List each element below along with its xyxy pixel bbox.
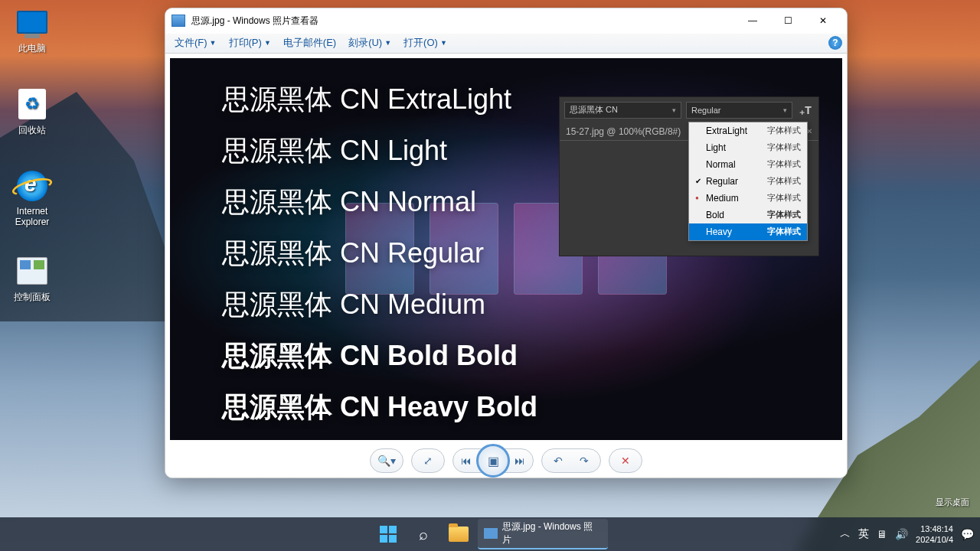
photo-viewer-window: 思源.jpg - Windows 照片查看器 — ☐ ✕ 文件(F)▼ 打印(P…: [165, 8, 848, 478]
folder-icon: [449, 527, 469, 542]
taskbar-task-photo-viewer[interactable]: 思源.jpg - Windows 照片: [478, 519, 608, 549]
window-title: 思源.jpg - Windows 照片查看器: [191, 15, 318, 28]
chevron-down-icon: ▾: [672, 106, 676, 114]
desktop-icon-recycle-bin[interactable]: ♻ 回收站: [3, 86, 61, 137]
menu-print[interactable]: 打印(P)▼: [224, 34, 276, 51]
desktop-icon-ie[interactable]: Internet Explorer: [3, 168, 61, 227]
windows-logo-icon: [380, 526, 397, 543]
specimen-normal: 思源黑体 CN Normal: [222, 184, 537, 221]
clock-time: 13:48:14: [916, 523, 953, 534]
tray-chevron-icon[interactable]: ︿: [840, 527, 851, 541]
close-button[interactable]: ✕: [805, 9, 841, 32]
ie-icon: [17, 171, 47, 201]
zoom-button[interactable]: 🔍▾: [374, 450, 400, 471]
titlebar[interactable]: 思源.jpg - Windows 照片查看器 — ☐ ✕: [165, 8, 847, 34]
font-weight-dropdown: ExtraLight字体样式 Light字体样式 Normal字体样式 ✔Reg…: [688, 122, 808, 241]
menu-file[interactable]: 文件(F)▼: [170, 34, 221, 51]
start-button[interactable]: [372, 519, 404, 549]
ime-indicator[interactable]: 英: [858, 527, 869, 541]
chevron-down-icon: ▼: [210, 39, 217, 47]
rotate-ccw-button[interactable]: ↶: [545, 450, 571, 471]
minimize-button[interactable]: —: [735, 9, 770, 32]
chevron-down-icon: ▼: [264, 39, 271, 47]
next-button[interactable]: ⏭: [507, 450, 533, 471]
control-panel-icon: [17, 257, 47, 285]
taskbar-clock[interactable]: 13:48:14 2024/10/4: [916, 523, 953, 546]
font-specimen-list: 思源黑体 CN ExtraLight 思源黑体 CN Light 思源黑体 CN…: [170, 58, 537, 440]
specimen-bold: 思源黑体 CN Bold Bold: [222, 337, 537, 375]
help-button[interactable]: ?: [828, 36, 842, 50]
specimen-regular: 思源黑体 CN Regular: [222, 235, 537, 272]
font-style-combo: Regular▾: [686, 102, 792, 119]
font-panel: 思源黑体 CN▾ Regular▾ ₊T 15-27.jpg @ 100%(RG…: [559, 96, 819, 256]
desktop-icon-this-pc[interactable]: 此电脑: [3, 4, 61, 55]
slideshow-button[interactable]: ▣: [476, 444, 510, 478]
dd-extralight: ExtraLight字体样式: [689, 122, 807, 139]
dd-light: Light字体样式: [689, 139, 807, 156]
specimen-extralight: 思源黑体 CN ExtraLight: [222, 81, 537, 119]
icon-label: 控制面板: [3, 291, 61, 304]
icon-label: 此电脑: [3, 42, 61, 55]
volume-icon[interactable]: 🔊: [895, 528, 908, 540]
chevron-down-icon: ▾: [783, 106, 787, 114]
menubar: 文件(F)▼ 打印(P)▼ 电子邮件(E) 刻录(U)▼ 打开(O)▼ ?: [165, 34, 847, 54]
icon-label: 回收站: [3, 124, 61, 137]
clock-date: 2024/10/4: [916, 534, 953, 545]
dd-medium: ●Medium字体样式: [689, 190, 807, 207]
menu-email[interactable]: 电子邮件(E): [279, 34, 341, 51]
dd-heavy: Heavy字体样式: [689, 223, 807, 240]
chevron-down-icon: ▼: [440, 39, 447, 47]
fit-button[interactable]: ⤢: [415, 450, 441, 471]
desktop-icon-control-panel[interactable]: 控制面板: [3, 253, 61, 304]
text-tool-icon: ₊T: [797, 102, 814, 119]
app-icon: [172, 15, 185, 27]
displayed-image: 思源黑体 CN ExtraLight 思源黑体 CN Light 思源黑体 CN…: [170, 58, 842, 440]
task-thumb-icon: [484, 528, 498, 539]
image-viewport: 思源黑体 CN ExtraLight 思源黑体 CN Light 思源黑体 CN…: [165, 54, 847, 445]
taskbar: ⌕ 思源.jpg - Windows 照片 ︿ 英 🖥 🔊 13:48:14 2…: [0, 517, 980, 551]
search-button[interactable]: ⌕: [407, 519, 439, 549]
task-label: 思源.jpg - Windows 照片: [502, 520, 602, 546]
notification-icon[interactable]: 💬: [961, 528, 974, 540]
icon-label: Internet Explorer: [3, 206, 61, 227]
rotate-cw-button[interactable]: ↷: [571, 450, 597, 471]
specimen-light: 思源黑体 CN Light: [222, 132, 537, 170]
delete-button[interactable]: ✕: [612, 450, 639, 471]
search-icon: ⌕: [419, 526, 428, 543]
dd-bold: Bold字体样式: [689, 207, 807, 223]
chevron-down-icon: ▼: [384, 39, 391, 47]
specimen-heavy: 思源黑体 CN Heavy Bold: [222, 389, 537, 426]
network-icon[interactable]: 🖥: [877, 528, 887, 540]
file-explorer-button[interactable]: [443, 519, 475, 549]
font-family-combo: 思源黑体 CN▾: [564, 102, 681, 119]
recycle-icon: ♻: [18, 89, 46, 119]
show-desktop-label[interactable]: 显示桌面: [931, 495, 974, 510]
dd-regular: ✔Regular字体样式: [689, 173, 807, 190]
menu-burn[interactable]: 刻录(U)▼: [344, 34, 396, 51]
photo-viewer-toolbar: 🔍▾ ⤢ ⏮ ▣ ⏭ ↶ ↷ ✕: [165, 445, 847, 478]
prev-button[interactable]: ⏮: [453, 450, 479, 471]
monitor-icon: [17, 11, 47, 34]
maximize-button[interactable]: ☐: [770, 9, 805, 32]
specimen-medium: 思源黑体 CN Medium: [222, 286, 537, 324]
menu-open[interactable]: 打开(O)▼: [399, 34, 452, 51]
dd-normal: Normal字体样式: [689, 156, 807, 173]
